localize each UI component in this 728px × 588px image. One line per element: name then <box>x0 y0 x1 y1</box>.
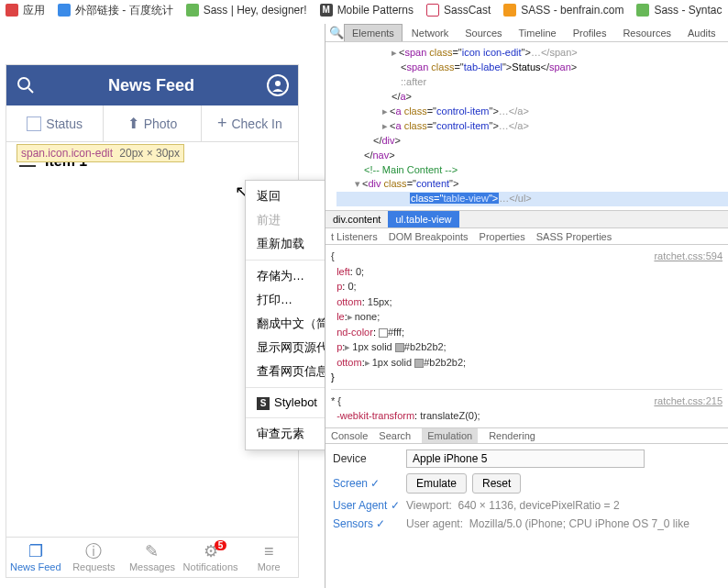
tab-newsfeed[interactable]: ❐News Feed <box>6 538 65 577</box>
breadcrumb: div.content ul.table-view <box>325 210 728 228</box>
tab-console[interactable]: Console <box>331 430 368 441</box>
tab-more[interactable]: ≡More <box>239 538 298 577</box>
crumb-ul-tableview[interactable]: ul.table-view <box>388 211 458 227</box>
messages-icon: ✎ <box>145 543 159 560</box>
emu-user-agent[interactable]: User Agent <box>333 499 406 512</box>
bookmarks-bar: 应用 外部链接 - 百度统计 Sass | Hey, designer! MMo… <box>0 0 728 20</box>
profile-icon[interactable] <box>267 74 289 96</box>
svg-point-2 <box>275 81 281 86</box>
tab-rendering[interactable]: Rendering <box>489 430 535 441</box>
svg-line-1 <box>28 88 33 93</box>
tab-listeners[interactable]: t Listeners <box>331 231 378 242</box>
tab-sources[interactable]: Sources <box>458 25 509 41</box>
bookmark-sass-syntac[interactable]: Sass - Syntac <box>636 4 722 17</box>
requests-icon: ⓘ <box>85 543 102 560</box>
css-source-link[interactable]: ratchet.css:594 <box>654 249 722 264</box>
tab-audits[interactable]: Audits <box>680 25 723 41</box>
css-source-link2[interactable]: ratchet.css:215 <box>654 394 722 409</box>
tab-notifications[interactable]: ⚙5Notifications <box>182 538 240 577</box>
reset-button[interactable]: Reset <box>472 473 521 494</box>
tab-timeline[interactable]: Timeline <box>512 25 564 41</box>
tab-properties[interactable]: Properties <box>480 231 525 242</box>
upload-icon: ⬆ <box>127 115 139 132</box>
bookmark-mobile-patterns[interactable]: MMobile Patterns <box>320 4 414 17</box>
emu-sensors[interactable]: Sensors <box>333 517 406 530</box>
tab-network[interactable]: Network <box>404 25 456 41</box>
tab-dom-breakpoints[interactable]: DOM Breakpoints <box>389 231 469 242</box>
styles-panel[interactable]: ratchet.css:594{ left: 0; p: 0; ottom: 1… <box>325 245 728 427</box>
bookmark-apps[interactable]: 应用 <box>6 3 45 18</box>
crumb-div-content[interactable]: div.content <box>325 211 388 227</box>
dom-selected-row[interactable]: class="table-view">…</ul> <box>336 192 728 206</box>
mobile-header: News Feed <box>6 65 298 105</box>
bookmark-baidu[interactable]: 外部链接 - 百度统计 <box>58 3 173 18</box>
search-icon[interactable] <box>16 75 36 95</box>
tab-emulation[interactable]: Emulation <box>422 428 478 443</box>
emulate-button[interactable]: Emulate <box>406 473 467 494</box>
dom-tree[interactable]: ▸<span class="icon icon-edit">…</span> <… <box>325 42 728 210</box>
stylebot-icon: S <box>257 397 270 410</box>
tab-sass-properties[interactable]: SASS Properties <box>536 231 612 242</box>
devtools-search-icon[interactable]: 🔍 <box>329 26 342 39</box>
color-swatch-grey[interactable] <box>395 343 404 352</box>
tab-profiles[interactable]: Profiles <box>566 25 614 41</box>
mobile-tabbar: ❐News Feed ⓘRequests ✎Messages ⚙5Notific… <box>6 537 298 577</box>
emu-device-label: Device <box>333 452 406 465</box>
color-swatch-white[interactable] <box>379 328 388 338</box>
bookmark-sasscast[interactable]: SassCast <box>426 4 491 17</box>
seg-status[interactable]: Status <box>6 105 104 141</box>
seg-photo[interactable]: ⬆Photo <box>104 105 201 141</box>
seg-checkin[interactable]: +Check In <box>202 105 298 141</box>
color-swatch-grey2[interactable] <box>414 359 424 368</box>
status-icon <box>27 116 41 131</box>
tab-resources[interactable]: Resources <box>615 25 678 41</box>
bookmark-sass-hey[interactable]: Sass | Hey, designer! <box>186 4 307 17</box>
segment-bar: Status ⬆Photo +Check In <box>6 105 298 142</box>
tab-requests[interactable]: ⓘRequests <box>65 538 124 577</box>
plus-icon: + <box>217 114 227 133</box>
mobile-title: News Feed <box>108 76 194 95</box>
tab-messages[interactable]: ✎Messages <box>123 538 182 577</box>
inspect-tooltip: span.icon.icon-edit 20px × 30px <box>17 144 184 162</box>
tab-search[interactable]: Search <box>379 430 411 441</box>
more-icon: ≡ <box>264 543 274 560</box>
newsfeed-icon: ❐ <box>28 543 43 560</box>
drawer-tabs: Console Search Emulation Rendering <box>325 427 728 444</box>
devtools-tabs: 🔍 Elements Network Sources Timeline Prof… <box>325 24 728 42</box>
svg-point-0 <box>18 78 29 89</box>
emulation-panel: Device Apple iPhone 5 Screen Emulate Res… <box>325 444 728 536</box>
emu-screen[interactable]: Screen <box>333 477 406 490</box>
style-sub-tabs: t Listeners DOM Breakpoints Properties S… <box>325 228 728 245</box>
device-select[interactable]: Apple iPhone 5 <box>406 449 645 468</box>
devtools: 🔍 Elements Network Sources Timeline Prof… <box>325 24 728 588</box>
bookmark-sass-benfrain[interactable]: SASS - benfrain.com <box>503 4 623 17</box>
tab-elements[interactable]: Elements <box>344 24 403 41</box>
badge: 5 <box>215 540 227 550</box>
